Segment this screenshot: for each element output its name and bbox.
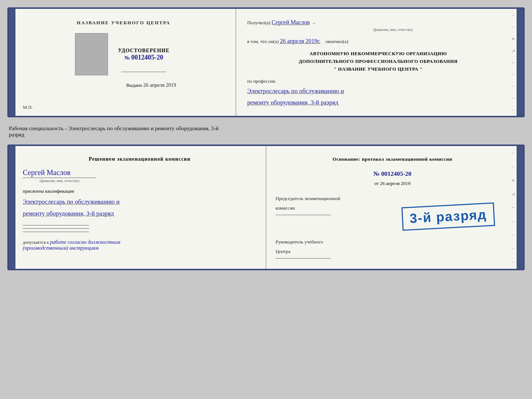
cert-number-block: УДОСТОВЕРЕНИЕ № 0012405-20 — [118, 48, 169, 61]
right-spine-2 — [517, 146, 523, 269]
fio-label-2: (фамилия, имя, отчество) — [23, 178, 96, 183]
photo-placeholder — [75, 33, 108, 75]
cert-issued-block: Выдано 26 апреля 2019 — [126, 82, 176, 88]
person-name: Сергей Маслов — [23, 168, 256, 177]
fio-sublabel: (фамилия, имя, отчество) — [277, 27, 509, 32]
profession-hw: Электрослесарь по обслуживанию и ремонту… — [247, 86, 509, 108]
org-line2: ДОПОЛНИТЕЛЬНОГО ПРОФЕССИОНАЛЬНОГО ОБРАЗО… — [247, 58, 509, 65]
profession-line1: Электрослесарь по обслуживанию и — [247, 88, 344, 95]
leader-sig-line — [276, 258, 331, 259]
qual-assigned-label: присвоена квалификация — [23, 188, 256, 194]
profession-label: по профессии — [247, 78, 509, 84]
profession-block: по профессии Электрослесарь по обслужива… — [247, 78, 509, 108]
date-value: 26 апреля 2019 — [380, 181, 410, 186]
mp-label: М.П. — [23, 104, 33, 110]
page-wrapper: НАЗВАНИЕ УЧЕБНОГО ЦЕНТРА УДОСТОВЕРЕНИЕ №… — [7, 7, 525, 270]
qual-line2: ремонту оборудования, 3-й разряд — [23, 210, 114, 217]
caption-line1: Рабочая специальность - Электрослесарь п… — [9, 125, 219, 131]
issued-date: 26 апреля 2019 — [143, 82, 176, 88]
right-edge-marks: – – и ‚а ← – – – – — [510, 9, 517, 116]
left-spine-2 — [9, 146, 15, 269]
date-from-label: от — [374, 181, 379, 186]
cert-number-prefix: № — [124, 55, 130, 61]
decision-title: Решением экзаменационной комиссии — [23, 155, 256, 163]
basis-title: Основание: протокол экзаменационной коми… — [276, 155, 509, 163]
received-row: Получил(а) Сергей Маслов – (фамилия, имя… — [247, 18, 509, 32]
stamp-text: 3-й разряд — [409, 207, 487, 226]
chairman-sig-line — [276, 215, 331, 215]
qual-right-panel: Основание: протокол экзаменационной коми… — [266, 146, 517, 269]
leader-label: Руководитель учебногоЦентра — [276, 237, 509, 256]
sig-line-2 — [23, 228, 89, 229]
finished-label: окончил(а) — [326, 39, 348, 44]
right-edge-marks-2: – – и ‚а ← – – – – — [510, 146, 517, 269]
admits-label: допускается к — [23, 240, 49, 245]
cert-number-display: № 0012405-20 — [118, 54, 169, 61]
org-block: АВТОНОМНУЮ НЕКОММЕРЧЕСКУЮ ОРГАНИЗАЦИЮ ДО… — [247, 50, 509, 73]
received-name: Сергей Маслов — [272, 19, 310, 25]
sig-line-3 — [23, 232, 89, 232]
in-that-label: в том, что он(а) — [247, 39, 279, 44]
protocol-number: № 0012405-20 — [276, 170, 509, 178]
between-caption: Рабочая специальность - Электрослесарь п… — [7, 124, 525, 138]
qualification-card: Решением экзаменационной комиссии Сергей… — [7, 145, 525, 271]
protocol-number-block: № 0012405-20 — [276, 170, 509, 178]
cert-left-panel: НАЗВАНИЕ УЧЕБНОГО ЦЕНТРА УДОСТОВЕРЕНИЕ №… — [15, 9, 236, 116]
person-name-block: Сергей Маслов (фамилия, имя, отчество) — [23, 168, 256, 183]
in-that-row: в том, что он(а) 26 апреля 2019г. окончи… — [247, 37, 509, 46]
qual-line1: Электрослесарь по обслуживанию и — [23, 198, 120, 205]
admits-block: допускается к работе согласно должностны… — [23, 239, 256, 251]
certificate-card: НАЗВАНИЕ УЧЕБНОГО ЦЕНТРА УДОСТОВЕРЕНИЕ №… — [7, 7, 525, 117]
left-content-row: УДОСТОВЕРЕНИЕ № 0012405-20 Выдано 26 апр… — [71, 33, 176, 88]
caption-line2: разряд — [9, 132, 24, 138]
right-spine — [517, 9, 523, 116]
signature-lines — [23, 225, 256, 232]
cert-label-text: УДОСТОВЕРЕНИЕ — [118, 48, 169, 54]
cert-number-value: 0012405-20 — [131, 54, 163, 61]
in-that-date: 26 апреля 2019г. — [280, 38, 321, 44]
sig-line-1 — [23, 225, 89, 225]
left-spine — [9, 9, 15, 116]
issued-label: Выдано — [126, 82, 142, 88]
cert-right-panel: Получил(а) Сергей Маслов – (фамилия, имя… — [236, 9, 517, 116]
date-block: от 26 апреля 2019 — [276, 181, 509, 186]
qual-hw: Электрослесарь по обслуживанию и ремонту… — [23, 196, 256, 220]
org-line3: " НАЗВАНИЕ УЧЕБНОГО ЦЕНТРА " — [247, 65, 509, 73]
qual-left-panel: Решением экзаменационной комиссии Сергей… — [15, 146, 266, 269]
leader-block: Руководитель учебногоЦентра — [276, 237, 509, 259]
profession-line2: ремонту оборудования, 3-й разряд — [247, 99, 338, 106]
training-center-title: НАЗВАНИЕ УЧЕБНОГО ЦЕНТРА — [77, 20, 170, 26]
rank-stamp: 3-й разряд — [402, 202, 495, 231]
org-line1: АВТОНОМНУЮ НЕКОММЕРЧЕСКУЮ ОРГАНИЗАЦИЮ — [247, 50, 509, 58]
received-label: Получил(а) — [247, 20, 270, 25]
